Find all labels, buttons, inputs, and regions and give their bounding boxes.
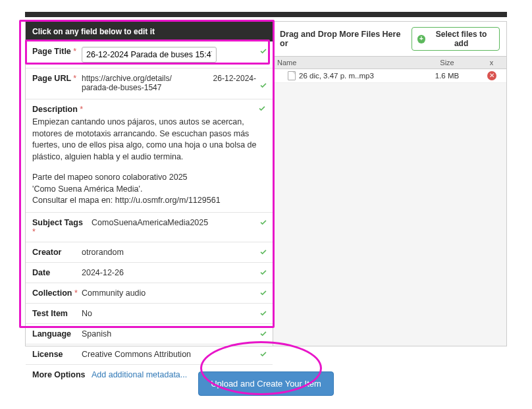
label-date: Date (32, 268, 82, 277)
check-icon (259, 289, 267, 297)
value-license: Creative Commons Attribution (82, 350, 266, 359)
field-page-title[interactable]: Page Title * (26, 41, 273, 68)
col-name: Name (273, 57, 417, 68)
value-subject-tags: ComoSuenaAmericaMedia2025 (92, 218, 266, 227)
value-description: Empiezan cantando unos pájaros, unos aut… (32, 117, 266, 207)
file-row[interactable]: 26 dic, 3.47 p. m..mp3 1.6 MB ✕ (273, 69, 506, 83)
label-test-item: Test Item (32, 309, 82, 318)
value-creator: otrorandom (82, 248, 266, 257)
metadata-panel-header: Click on any field below to edit it (26, 22, 273, 41)
check-icon (259, 350, 267, 358)
main-panels: Click on any field below to edit it Page… (25, 21, 507, 346)
label-creator: Creator (32, 248, 82, 257)
check-icon (259, 269, 267, 277)
col-size: Size (417, 57, 477, 68)
value-test-item: No (82, 309, 266, 318)
upload-button[interactable]: Upload and Create Your Item (198, 371, 334, 396)
label-language: Language (32, 329, 82, 339)
url-slug: 26-12-2024- (213, 74, 256, 83)
label-page-url: Page URL * (32, 74, 82, 83)
field-creator[interactable]: Creator otrorandom (26, 242, 273, 263)
drop-zone-header: Drag and Drop More Files Here or + Selec… (273, 22, 506, 57)
field-collection[interactable]: Collection * Community audio (26, 283, 273, 304)
check-icon (259, 82, 267, 90)
check-icon (259, 330, 267, 338)
field-subject-tags[interactable]: Subject Tags * ComoSuenaAmericaMedia2025 (26, 213, 273, 242)
field-description[interactable]: Description * Empiezan cantando unos páj… (26, 99, 273, 213)
files-panel: Drag and Drop More Files Here or + Selec… (273, 22, 506, 346)
file-size: 1.6 MB (417, 70, 477, 82)
label-description: Description * (32, 105, 86, 114)
check-icon (259, 47, 267, 55)
value-language: Spanish (82, 329, 266, 339)
file-name: 26 dic, 3.47 p. m..mp3 (299, 72, 374, 80)
label-page-title: Page Title * (32, 47, 82, 56)
field-test-item[interactable]: Test Item No (26, 304, 273, 324)
field-page-url[interactable]: Page URL * https://archive.org/details/ … (26, 68, 273, 99)
field-license[interactable]: License Creative Commons Attribution (26, 344, 273, 365)
value-date: 2024-12-26 (82, 268, 266, 277)
plus-icon: + (417, 35, 426, 43)
file-drop-area[interactable] (273, 83, 506, 346)
label-collection: Collection * (32, 288, 82, 298)
field-language[interactable]: Language Spanish (26, 324, 273, 344)
label-subject-tags: Subject Tags * (32, 218, 92, 236)
field-date[interactable]: Date 2024-12-26 (26, 263, 273, 283)
label-license: License (32, 350, 82, 359)
metadata-panel: Click on any field below to edit it Page… (26, 22, 273, 346)
check-icon (259, 248, 267, 256)
check-icon (259, 219, 267, 227)
window-topbar (25, 12, 507, 17)
file-table-header: Name Size x (273, 57, 506, 69)
col-remove: x (477, 57, 506, 68)
value-collection: Community audio (82, 288, 266, 298)
remove-file-icon[interactable]: ✕ (487, 71, 496, 80)
upload-area: Upload and Create Your Item (0, 371, 532, 396)
file-icon (288, 71, 296, 80)
drop-text: Drag and Drop More Files Here or (280, 30, 408, 48)
check-icon (259, 310, 267, 317)
page-title-input[interactable] (82, 47, 217, 63)
select-files-button[interactable]: + Select files to add (412, 27, 500, 51)
check-icon (258, 105, 266, 114)
